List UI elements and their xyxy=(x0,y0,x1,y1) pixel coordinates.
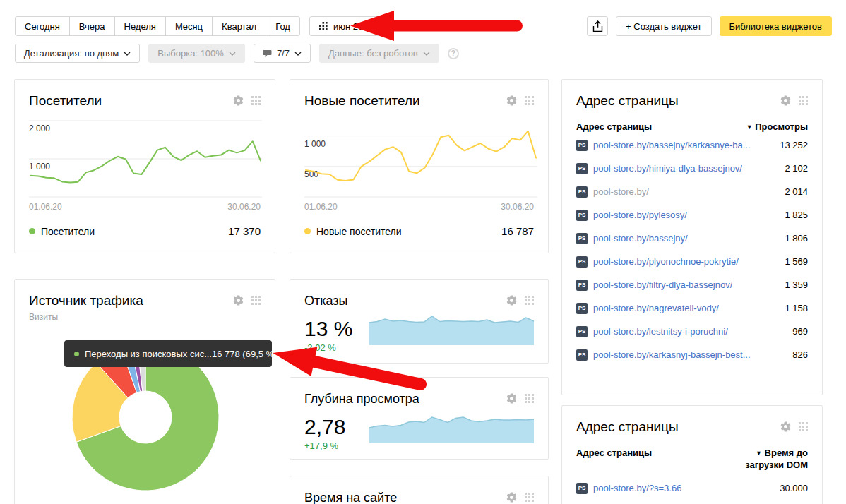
detalization-dropdown[interactable]: Детализация: по дням xyxy=(15,44,140,63)
table-body: PSpool-store.by/?s=3.6630.000 xyxy=(576,476,808,500)
period-button-quarter[interactable]: Квартал xyxy=(212,16,266,36)
sort-column-header[interactable]: ▼ Просмотры xyxy=(746,121,808,133)
period-button-yesterday[interactable]: Вчера xyxy=(69,16,115,36)
site-favicon-badge: PS xyxy=(576,483,588,494)
widget-drag-handle-icon[interactable] xyxy=(525,493,534,502)
widget-settings-gear-icon[interactable] xyxy=(506,95,518,107)
widget-subtitle: Визиты xyxy=(29,312,261,322)
legend-dot xyxy=(29,228,35,234)
period-button-year[interactable]: Год xyxy=(266,16,300,36)
chart-legend: Посетители 17 370 xyxy=(29,225,261,237)
site-favicon-badge: PS xyxy=(576,186,588,198)
bounces-sparkline-chart xyxy=(368,302,535,346)
site-favicon-badge: PS xyxy=(576,140,588,151)
site-favicon-badge: PS xyxy=(576,233,588,244)
metric-value: 2 102 xyxy=(785,163,808,174)
widget-library-button[interactable]: Библиотека виджетов xyxy=(720,16,833,36)
table-row: PSpool-store.by/filtry-dlya-bassejnov/1 … xyxy=(576,273,808,296)
page-url-link[interactable]: PSpool-store.by/lestnitsy-i-poruchni/ xyxy=(576,326,728,337)
table-header: Адрес страницы ▼ Просмотры xyxy=(576,121,808,133)
sort-column-header[interactable]: ▼ Время до загрузки DOM xyxy=(725,448,808,471)
sampling-dropdown[interactable]: Выборка: 100% xyxy=(148,44,245,63)
table-row: PSpool-store.by/karkasnyj-bassejn-best..… xyxy=(576,343,808,366)
svg-text:1 000: 1 000 xyxy=(304,139,326,149)
site-favicon-badge: PS xyxy=(576,256,588,268)
create-widget-button[interactable]: + Создать виджет xyxy=(616,16,711,36)
calendar-grid-icon xyxy=(319,22,328,30)
page-url-link[interactable]: PSpool-store.by/nagrevateli-vody/ xyxy=(576,303,719,314)
export-share-icon xyxy=(592,20,603,32)
page-url-link[interactable]: PSpool-store.by/karkasnyj-bassejn-best..… xyxy=(576,349,751,361)
visitors-line-chart: 2 0001 000 xyxy=(29,119,261,198)
comment-bubble-icon xyxy=(263,49,272,58)
traffic-source-widget: Источник трафика Визиты Переходы из поис… xyxy=(14,279,275,504)
filter-row: Детализация: по дням Выборка: 100% 7/7 Д… xyxy=(15,44,459,63)
table-row: PSpool-store.by/bassejny/karkasnye-ba...… xyxy=(576,133,808,157)
bounces-widget: Отказы 13 % -2,02 % xyxy=(290,279,549,364)
legend-dot xyxy=(304,228,311,234)
data-mode-dropdown[interactable]: Данные: без роботов xyxy=(319,44,439,63)
widget-settings-gear-icon[interactable] xyxy=(232,95,244,107)
page-url-link[interactable]: PSpool-store.by/pylesosy/ xyxy=(576,210,687,221)
table-row: PSpool-store.by/pylesosy/1 825 xyxy=(576,203,808,227)
widget-drag-handle-icon[interactable] xyxy=(799,96,808,105)
site-favicon-badge: PS xyxy=(576,326,588,337)
chart-date-axis: 01.06.2030.06.20 xyxy=(29,202,261,212)
widget-title: Новые посетители xyxy=(304,92,420,109)
widget-title: Адрес страницы xyxy=(576,419,679,436)
widget-settings-gear-icon[interactable] xyxy=(780,95,792,107)
site-favicon-badge: PS xyxy=(576,280,588,291)
chart-legend: Новые посетители 16 787 xyxy=(304,225,534,237)
widget-drag-handle-icon[interactable] xyxy=(525,96,534,105)
widget-drag-handle-icon[interactable] xyxy=(799,422,808,431)
period-button-week[interactable]: Неделя xyxy=(114,16,166,36)
page-url-link[interactable]: PSpool-store.by/?s=3.66 xyxy=(576,483,681,494)
page-url-link[interactable]: PSpool-store.by/plyonochnoe-pokrytie/ xyxy=(576,256,739,268)
export-button[interactable] xyxy=(587,16,608,36)
view-depth-sparkline-chart xyxy=(368,400,535,444)
widget-title: Отказы xyxy=(304,292,348,309)
new-visitors-total-value: 16 787 xyxy=(501,225,534,237)
svg-text:1 000: 1 000 xyxy=(29,162,50,172)
page-url-link[interactable]: PSpool-store.by/bassejny/ xyxy=(576,233,688,244)
page-url-link[interactable]: PSpool-store.by/himiya-dlya-bassejnov/ xyxy=(576,163,742,174)
new-visitors-line-chart: 1 000500 xyxy=(304,119,534,198)
period-button-today[interactable]: Сегодня xyxy=(15,16,70,36)
page-address-views-widget: Адрес страницы Адрес страницы ▼ Просмотр… xyxy=(561,79,823,395)
page-url-link[interactable]: PSpool-store.by/bassejny/karkasnye-ba... xyxy=(576,140,751,151)
table-row: PSpool-store.by/lestnitsy-i-poruchni/969 xyxy=(576,320,808,343)
tooltip-series-dot xyxy=(74,352,79,356)
metric-value: 1 359 xyxy=(785,280,808,290)
help-icon[interactable]: ? xyxy=(448,48,459,59)
metric-value: 13 252 xyxy=(780,140,808,150)
widget-title: Источник трафика xyxy=(29,292,143,309)
metric-value: 969 xyxy=(792,326,808,337)
widget-settings-gear-icon[interactable] xyxy=(506,491,518,503)
date-range-button[interactable]: июн 2020 xyxy=(309,16,383,36)
widget-title: Адрес страницы xyxy=(576,92,679,109)
widget-drag-handle-icon[interactable] xyxy=(251,96,261,105)
page-url-link[interactable]: PSpool-store.by/ xyxy=(576,186,649,198)
table-row: PSpool-store.by/bassejny/1 806 xyxy=(576,227,808,250)
table-row: PSpool-store.by/?s=3.6630.000 xyxy=(576,476,808,500)
widget-settings-gear-icon[interactable] xyxy=(780,421,792,433)
widget-settings-gear-icon[interactable] xyxy=(232,294,244,306)
visitors-widget: Посетители 2 0001 000 01.06.2030.06.20 П… xyxy=(14,79,275,253)
new-visitors-widget: Новые посетители 1 000500 01.06.2030.06.… xyxy=(290,79,549,253)
metric-value: 1 569 xyxy=(785,256,808,267)
site-favicon-badge: PS xyxy=(576,303,588,314)
visitors-total-value: 17 370 xyxy=(228,225,261,237)
widget-title: Время на сайте xyxy=(304,489,397,504)
metric-value: 1 806 xyxy=(785,233,808,244)
table-header: Адрес страницы ▼ Время до загрузки DOM xyxy=(576,448,808,471)
metric-value: 826 xyxy=(792,349,808,360)
comments-dropdown[interactable]: 7/7 xyxy=(254,44,311,63)
page-url-link[interactable]: PSpool-store.by/filtry-dlya-bassejnov/ xyxy=(576,280,732,291)
view-depth-widget: Глубина просмотра 2,78 +17,9 % xyxy=(290,377,549,460)
period-button-month[interactable]: Месяц xyxy=(165,16,213,36)
table-row: PSpool-store.by/nagrevateli-vody/1 158 xyxy=(576,296,808,320)
widget-drag-handle-icon[interactable] xyxy=(251,296,261,305)
period-segmented-control: Сегодня Вчера Неделя Месяц Квартал Год xyxy=(15,16,300,36)
metric-value: 1 825 xyxy=(785,210,808,220)
page-address-dom-widget: Адрес страницы Адрес страницы ▼ Время до… xyxy=(561,405,823,504)
